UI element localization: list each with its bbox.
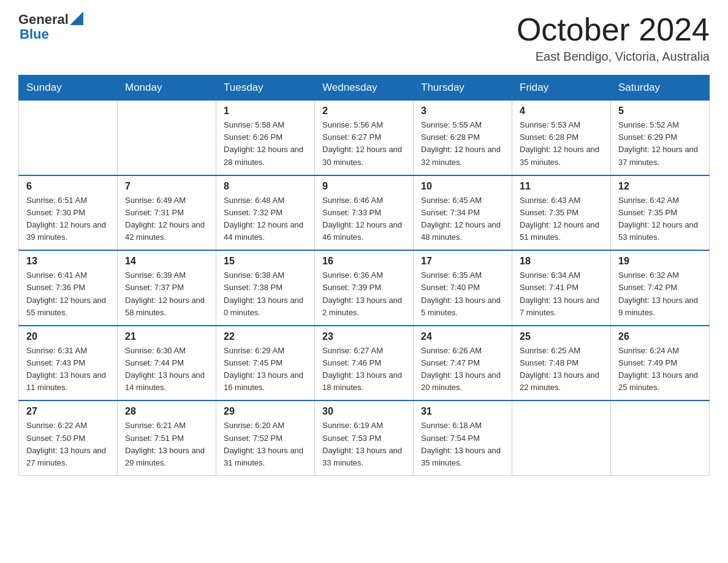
calendar-cell: 9Sunrise: 6:46 AM Sunset: 7:33 PM Daylig… [315, 175, 414, 251]
day-info: Sunrise: 6:26 AM Sunset: 7:47 PM Dayligh… [421, 345, 504, 394]
calendar-cell [611, 400, 710, 475]
weekday-header-monday: Monday [118, 75, 216, 101]
svg-marker-0 [70, 12, 83, 25]
day-number: 3 [421, 105, 504, 117]
calendar-cell [512, 400, 611, 475]
day-info: Sunrise: 6:29 AM Sunset: 7:45 PM Dayligh… [224, 345, 307, 394]
day-number: 12 [618, 181, 702, 192]
day-number: 16 [322, 256, 406, 267]
day-info: Sunrise: 6:30 AM Sunset: 7:44 PM Dayligh… [125, 345, 208, 394]
day-number: 21 [125, 331, 208, 342]
weekday-header-thursday: Thursday [414, 75, 512, 101]
day-info: Sunrise: 6:21 AM Sunset: 7:51 PM Dayligh… [125, 419, 208, 469]
day-number: 2 [322, 105, 406, 117]
day-info: Sunrise: 6:48 AM Sunset: 7:32 PM Dayligh… [224, 194, 307, 244]
day-info: Sunrise: 6:41 AM Sunset: 7:36 PM Dayligh… [26, 269, 110, 319]
day-info: Sunrise: 6:51 AM Sunset: 7:30 PM Dayligh… [26, 194, 110, 244]
calendar-cell: 8Sunrise: 6:48 AM Sunset: 7:32 PM Daylig… [216, 175, 315, 251]
page-header: General Blue October 2024 East Bendigo, … [18, 12, 710, 64]
day-number: 7 [125, 181, 208, 192]
day-number: 19 [618, 256, 702, 267]
calendar-cell: 22Sunrise: 6:29 AM Sunset: 7:45 PM Dayli… [216, 326, 315, 401]
weekday-header-saturday: Saturday [611, 75, 710, 101]
week-row-4: 20Sunrise: 6:31 AM Sunset: 7:43 PM Dayli… [19, 326, 710, 401]
title-area: October 2024 East Bendigo, Victoria, Aus… [517, 12, 710, 64]
day-number: 29 [224, 406, 307, 417]
day-info: Sunrise: 6:42 AM Sunset: 7:35 PM Dayligh… [618, 194, 702, 244]
day-number: 13 [26, 256, 110, 267]
day-number: 4 [520, 105, 603, 117]
calendar-cell: 20Sunrise: 6:31 AM Sunset: 7:43 PM Dayli… [19, 326, 118, 401]
calendar-cell: 12Sunrise: 6:42 AM Sunset: 7:35 PM Dayli… [611, 175, 710, 251]
calendar-cell: 13Sunrise: 6:41 AM Sunset: 7:36 PM Dayli… [19, 250, 118, 326]
day-number: 5 [618, 105, 702, 117]
day-info: Sunrise: 6:24 AM Sunset: 7:49 PM Dayligh… [618, 345, 702, 394]
logo-icon [70, 12, 83, 25]
day-info: Sunrise: 6:22 AM Sunset: 7:50 PM Dayligh… [26, 419, 110, 469]
day-number: 31 [421, 406, 504, 417]
day-number: 24 [421, 331, 504, 342]
day-info: Sunrise: 6:45 AM Sunset: 7:34 PM Dayligh… [421, 194, 504, 244]
day-number: 17 [421, 256, 504, 267]
location-title: East Bendigo, Victoria, Australia [517, 50, 710, 64]
calendar-cell: 14Sunrise: 6:39 AM Sunset: 7:37 PM Dayli… [118, 250, 216, 326]
day-number: 9 [322, 181, 406, 192]
day-number: 1 [224, 105, 307, 117]
weekday-header-tuesday: Tuesday [216, 75, 315, 101]
day-number: 30 [322, 406, 406, 417]
calendar-cell: 3Sunrise: 5:55 AM Sunset: 6:28 PM Daylig… [414, 101, 512, 175]
calendar-cell: 17Sunrise: 6:35 AM Sunset: 7:40 PM Dayli… [414, 250, 512, 326]
week-row-1: 1Sunrise: 5:58 AM Sunset: 6:26 PM Daylig… [19, 101, 710, 175]
day-info: Sunrise: 6:39 AM Sunset: 7:37 PM Dayligh… [125, 269, 208, 319]
day-number: 22 [224, 331, 307, 342]
calendar-cell: 7Sunrise: 6:49 AM Sunset: 7:31 PM Daylig… [118, 175, 216, 251]
calendar-table: SundayMondayTuesdayWednesdayThursdayFrid… [18, 75, 710, 476]
calendar-cell: 10Sunrise: 6:45 AM Sunset: 7:34 PM Dayli… [414, 175, 512, 251]
calendar-cell: 26Sunrise: 6:24 AM Sunset: 7:49 PM Dayli… [611, 326, 710, 401]
calendar-cell: 6Sunrise: 6:51 AM Sunset: 7:30 PM Daylig… [19, 175, 118, 251]
weekday-header-wednesday: Wednesday [315, 75, 414, 101]
day-info: Sunrise: 5:53 AM Sunset: 6:28 PM Dayligh… [520, 119, 603, 169]
logo-text-general: General [18, 12, 69, 27]
calendar-cell [118, 101, 216, 175]
day-number: 6 [26, 181, 110, 192]
calendar-cell: 21Sunrise: 6:30 AM Sunset: 7:44 PM Dayli… [118, 326, 216, 401]
calendar-cell: 2Sunrise: 5:56 AM Sunset: 6:27 PM Daylig… [315, 101, 414, 175]
calendar-cell: 11Sunrise: 6:43 AM Sunset: 7:35 PM Dayli… [512, 175, 611, 251]
day-info: Sunrise: 6:25 AM Sunset: 7:48 PM Dayligh… [520, 345, 603, 394]
calendar-cell: 18Sunrise: 6:34 AM Sunset: 7:41 PM Dayli… [512, 250, 611, 326]
week-row-5: 27Sunrise: 6:22 AM Sunset: 7:50 PM Dayli… [19, 400, 710, 475]
day-number: 10 [421, 181, 504, 192]
day-info: Sunrise: 6:35 AM Sunset: 7:40 PM Dayligh… [421, 269, 504, 319]
weekday-header-row: SundayMondayTuesdayWednesdayThursdayFrid… [19, 75, 710, 101]
day-info: Sunrise: 6:31 AM Sunset: 7:43 PM Dayligh… [26, 345, 110, 394]
day-number: 8 [224, 181, 307, 192]
day-info: Sunrise: 6:36 AM Sunset: 7:39 PM Dayligh… [322, 269, 406, 319]
day-number: 15 [224, 256, 307, 267]
calendar-cell: 16Sunrise: 6:36 AM Sunset: 7:39 PM Dayli… [315, 250, 414, 326]
week-row-3: 13Sunrise: 6:41 AM Sunset: 7:36 PM Dayli… [19, 250, 710, 326]
day-number: 28 [125, 406, 208, 417]
day-info: Sunrise: 5:56 AM Sunset: 6:27 PM Dayligh… [322, 119, 406, 169]
day-info: Sunrise: 5:52 AM Sunset: 6:29 PM Dayligh… [618, 119, 702, 169]
day-number: 20 [26, 331, 110, 342]
calendar-cell: 28Sunrise: 6:21 AM Sunset: 7:51 PM Dayli… [118, 400, 216, 475]
calendar-cell: 4Sunrise: 5:53 AM Sunset: 6:28 PM Daylig… [512, 101, 611, 175]
day-info: Sunrise: 6:27 AM Sunset: 7:46 PM Dayligh… [322, 345, 406, 394]
weekday-header-friday: Friday [512, 75, 611, 101]
calendar-cell [19, 101, 118, 175]
day-info: Sunrise: 6:38 AM Sunset: 7:38 PM Dayligh… [224, 269, 307, 319]
day-info: Sunrise: 6:32 AM Sunset: 7:42 PM Dayligh… [618, 269, 702, 319]
day-info: Sunrise: 6:20 AM Sunset: 7:52 PM Dayligh… [224, 419, 307, 469]
day-number: 26 [618, 331, 702, 342]
calendar-cell: 31Sunrise: 6:18 AM Sunset: 7:54 PM Dayli… [414, 400, 512, 475]
day-info: Sunrise: 6:18 AM Sunset: 7:54 PM Dayligh… [421, 419, 504, 469]
calendar-cell: 23Sunrise: 6:27 AM Sunset: 7:46 PM Dayli… [315, 326, 414, 401]
day-number: 25 [520, 331, 603, 342]
calendar-cell: 25Sunrise: 6:25 AM Sunset: 7:48 PM Dayli… [512, 326, 611, 401]
week-row-2: 6Sunrise: 6:51 AM Sunset: 7:30 PM Daylig… [19, 175, 710, 251]
weekday-header-sunday: Sunday [19, 75, 118, 101]
day-number: 18 [520, 256, 603, 267]
day-info: Sunrise: 6:43 AM Sunset: 7:35 PM Dayligh… [520, 194, 603, 244]
day-number: 27 [26, 406, 110, 417]
